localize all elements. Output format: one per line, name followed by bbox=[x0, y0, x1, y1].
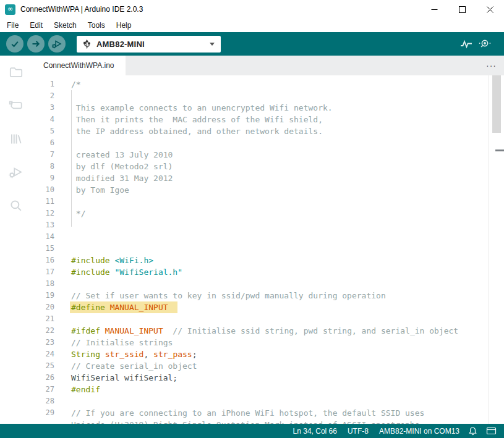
serial-plotter-icon bbox=[459, 38, 473, 49]
line-number: 13 bbox=[32, 219, 54, 231]
menu-edit[interactable]: Edit bbox=[24, 21, 48, 30]
code-line[interactable]: 7 created 13 July 2010 bbox=[32, 149, 504, 161]
code-line[interactable]: 1/* bbox=[32, 78, 504, 90]
app-logo-icon: ∞ bbox=[5, 4, 15, 15]
line-number: 17 bbox=[32, 266, 54, 278]
notifications-button[interactable] bbox=[468, 426, 477, 436]
line-number: 25 bbox=[32, 360, 54, 372]
code-line[interactable]: 27#endif bbox=[32, 384, 504, 395]
code-line[interactable]: 16#include <WiFi.h> bbox=[32, 255, 504, 266]
code-line[interactable]: 5 the IP address obtained, and other net… bbox=[32, 125, 504, 137]
verify-button[interactable] bbox=[6, 35, 23, 53]
serial-monitor-icon bbox=[478, 38, 492, 49]
debug-toolbar-icon bbox=[51, 38, 62, 49]
line-number: 2 bbox=[32, 90, 54, 102]
code-line[interactable]: 13 bbox=[32, 219, 504, 231]
code-line[interactable]: 28 bbox=[32, 395, 504, 407]
upload-icon bbox=[31, 39, 41, 49]
menu-tools[interactable]: Tools bbox=[82, 21, 111, 30]
upload-button[interactable] bbox=[27, 35, 45, 53]
board-port-indicator[interactable]: AMB82-MINI on COM13 bbox=[379, 427, 459, 436]
code-editor[interactable]: 1/*23 This example connects to an unencr… bbox=[32, 75, 504, 424]
code-line[interactable]: 11 bbox=[32, 196, 504, 208]
tab-connectwithwpa[interactable]: ConnectWithWPA.ino bbox=[32, 56, 126, 75]
code-line[interactable]: 8 by dlf (Metodo2 srl) bbox=[32, 161, 504, 172]
chevron-down-icon bbox=[210, 43, 215, 46]
code-line[interactable]: 19// Set if user wants to key in ssid/pw… bbox=[32, 290, 504, 301]
board-status-button[interactable] bbox=[486, 426, 497, 436]
debug-sidebar-icon bbox=[8, 164, 24, 180]
sidebar-item-debug[interactable] bbox=[7, 163, 25, 182]
line-number: 20 bbox=[32, 301, 54, 313]
menu-help[interactable]: Help bbox=[111, 21, 137, 30]
sidebar-item-boards-manager[interactable] bbox=[7, 96, 25, 115]
code-line[interactable]: 14 bbox=[32, 231, 504, 243]
editor-lines: 1/*23 This example connects to an unencr… bbox=[32, 78, 504, 424]
start-debugging-button[interactable] bbox=[48, 35, 66, 53]
code-line[interactable]: 12 */ bbox=[32, 208, 504, 219]
editor-tab-bar: ConnectWithWPA.ino ··· bbox=[32, 56, 504, 75]
main-area: ConnectWithWPA.ino ··· 1/*23 This exampl… bbox=[0, 56, 504, 424]
line-number: 7 bbox=[32, 149, 54, 161]
code-line[interactable]: 21 bbox=[32, 313, 504, 325]
code-line[interactable]: 25// Create serial_in object bbox=[32, 360, 504, 372]
serial-monitor-button[interactable] bbox=[476, 35, 494, 53]
status-bar: Ln 34, Col 66 UTF-8 AMB82-MINI on COM13 bbox=[0, 424, 504, 438]
code-line[interactable]: 17#include "WifiSerial.h" bbox=[32, 266, 504, 278]
menu-file[interactable]: File bbox=[1, 21, 24, 30]
code-line[interactable]: 3 This example connects to an unencrypte… bbox=[32, 102, 504, 114]
serial-plotter-button[interactable] bbox=[457, 35, 476, 53]
code-line[interactable]: 23// Initialise strings bbox=[32, 337, 504, 348]
toolbar: AMB82-MINI bbox=[0, 32, 504, 56]
title-bar: ∞ ConnectWithWPA | Arduino IDE 2.0.3 bbox=[0, 0, 504, 19]
code-line[interactable]: 4 Then it prints the MAC address of the … bbox=[32, 114, 504, 125]
maximize-button[interactable] bbox=[448, 0, 476, 19]
line-number: 16 bbox=[32, 255, 54, 266]
vertical-scrollbar-thumb[interactable] bbox=[492, 75, 501, 133]
sidebar-item-search[interactable] bbox=[7, 196, 25, 215]
line-number: 28 bbox=[32, 395, 54, 407]
code-line[interactable]: 15 bbox=[32, 243, 504, 255]
boards-manager-icon bbox=[8, 98, 24, 114]
minimize-button[interactable] bbox=[421, 0, 448, 19]
code-line[interactable]: Unicode (U+2019) Right Single Quotation … bbox=[32, 419, 504, 424]
code-line[interactable]: 10 by Tom Igoe bbox=[32, 184, 504, 196]
close-button[interactable] bbox=[476, 0, 504, 19]
line-number: 9 bbox=[32, 172, 54, 184]
code-line[interactable]: 26WifiSerial wifiSerial; bbox=[32, 372, 504, 384]
code-line[interactable]: 9 modified 31 May 2012 bbox=[32, 172, 504, 184]
activity-sidebar bbox=[0, 56, 32, 424]
code-line[interactable]: 24String str_ssid, str_pass; bbox=[32, 348, 504, 360]
board-selector[interactable]: AMB82-MINI bbox=[77, 36, 221, 53]
code-line[interactable]: 22#ifdef MANUAL_INPUT // Initialise ssid… bbox=[32, 325, 504, 337]
line-number: 27 bbox=[32, 384, 54, 395]
line-number bbox=[32, 419, 54, 424]
library-manager-icon bbox=[8, 131, 24, 147]
line-number: 11 bbox=[32, 196, 54, 208]
indent-guide bbox=[71, 90, 72, 227]
code-line[interactable]: 18 bbox=[32, 278, 504, 290]
line-number: 10 bbox=[32, 184, 54, 196]
line-number: 18 bbox=[32, 278, 54, 290]
line-number: 1 bbox=[32, 78, 54, 90]
sidebar-item-sketchbook[interactable] bbox=[7, 63, 25, 82]
cursor-position[interactable]: Ln 34, Col 66 bbox=[293, 427, 337, 436]
line-number: 19 bbox=[32, 290, 54, 301]
sketchbook-icon bbox=[8, 64, 24, 80]
code-line[interactable]: 20#define MANUAL_INPUT bbox=[32, 301, 504, 313]
minimize-icon bbox=[431, 6, 438, 13]
tab-label: ConnectWithWPA.ino bbox=[43, 61, 114, 70]
close-icon bbox=[487, 6, 493, 13]
menu-sketch[interactable]: Sketch bbox=[48, 21, 82, 30]
sidebar-item-library-manager[interactable] bbox=[7, 130, 25, 148]
notifications-icon bbox=[468, 426, 477, 436]
line-number: 26 bbox=[32, 372, 54, 384]
tab-more-button[interactable]: ··· bbox=[486, 62, 497, 69]
code-line[interactable]: 6 bbox=[32, 137, 504, 149]
encoding-indicator[interactable]: UTF-8 bbox=[348, 427, 369, 436]
highlighted-code: #define MANUAL_INPUT bbox=[70, 301, 177, 313]
code-line[interactable]: 2 bbox=[32, 90, 504, 102]
line-number: 29 bbox=[32, 407, 54, 419]
code-line[interactable]: 29// If you are connecting to an iPhone … bbox=[32, 407, 504, 419]
window-title: ConnectWithWPA | Arduino IDE 2.0.3 bbox=[20, 5, 143, 14]
